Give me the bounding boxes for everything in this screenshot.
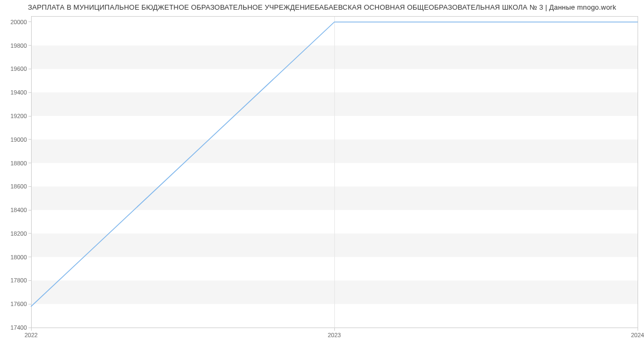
y-tick-label: 19400 (10, 89, 27, 96)
y-tick-label: 17400 (10, 324, 27, 331)
x-tick-label: 2023 (328, 332, 341, 338)
chart-title: ЗАРПЛАТА В МУНИЦИПАЛЬНОЕ БЮДЖЕТНОЕ ОБРАЗ… (0, 3, 644, 11)
x-tick-label: 2024 (631, 332, 644, 338)
y-tick-label: 17800 (10, 277, 27, 283)
y-tick-label: 18200 (10, 230, 27, 237)
chart-svg: 1740017600178001800018200184001860018800… (0, 0, 644, 349)
y-tick-label: 18800 (10, 160, 27, 166)
y-tick-label: 17600 (10, 301, 27, 307)
y-tick-label: 19200 (10, 113, 27, 119)
y-tick-label: 19600 (10, 66, 27, 72)
y-tick-label: 19000 (10, 136, 27, 143)
x-tick-label: 2022 (25, 332, 38, 338)
y-tick-label: 18000 (10, 254, 27, 260)
y-tick-label: 20000 (10, 19, 27, 25)
y-tick-label: 18400 (10, 207, 27, 213)
y-tick-label: 18600 (10, 183, 27, 190)
y-tick-label: 19800 (10, 42, 27, 49)
salary-line-chart: ЗАРПЛАТА В МУНИЦИПАЛЬНОЕ БЮДЖЕТНОЕ ОБРАЗ… (0, 0, 644, 349)
